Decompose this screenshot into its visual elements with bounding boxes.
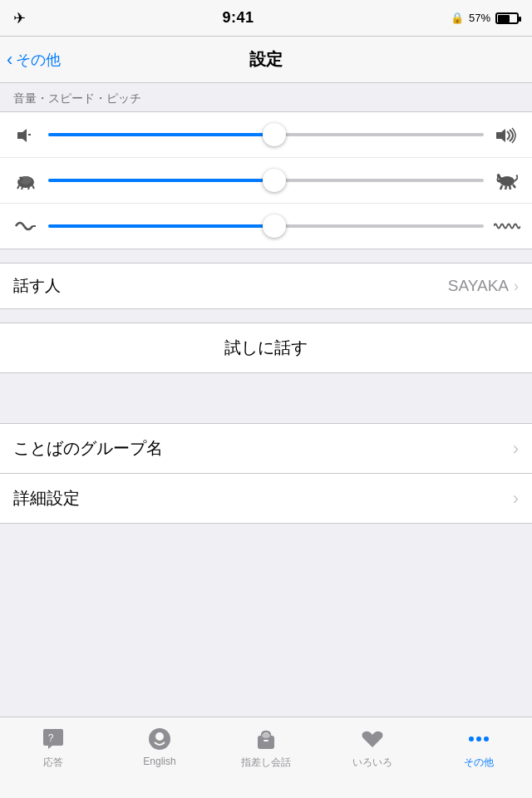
pitch-thumb[interactable] [263,214,286,238]
svg-line-18 [513,185,515,188]
battery-percent: 57% [469,12,490,24]
speed-slow-icon [13,170,38,190]
nav-bar: ‹ その他 設定 [0,37,532,83]
svg-line-6 [17,185,19,189]
svg-line-15 [500,185,502,190]
svg-text:?: ? [48,732,54,744]
pitch-high-icon [494,217,519,235]
tab-english-label: English [143,756,175,767]
pitch-low-icon [13,217,38,235]
volume-high-icon [494,126,519,143]
svg-marker-0 [17,129,27,142]
speaker-right: SAYAKA › [448,277,519,295]
group-name-row[interactable]: ことばのグループ名 › [0,423,532,474]
volume-slider-row [0,112,532,158]
page-title: 設定 [249,48,283,71]
pitch-slider[interactable] [48,214,484,239]
gray-divider [0,373,532,423]
speed-slider[interactable] [48,168,484,193]
speed-fill [48,179,274,182]
tab-responses-icon: ? [40,724,66,752]
status-left: ✈ [13,9,26,27]
tab-bar: ? 応答 English 指差し会話 [0,717,532,798]
speed-track [48,179,484,182]
tab-responses[interactable]: ? 応答 [0,724,106,770]
tab-english[interactable]: English [106,724,213,767]
tab-phrase-label: 指差し会話 [241,756,291,770]
svg-line-17 [510,185,510,190]
test-speak-label: 試しに話す [224,337,308,359]
svg-rect-25 [264,740,268,741]
volume-fill [48,133,274,136]
test-speak-button[interactable]: 試しに話す [0,323,532,373]
svg-line-16 [505,186,506,190]
status-bar: ✈ 9:41 🔒 57% [0,0,532,37]
speaker-row[interactable]: 話す人 SAYAKA › [0,263,532,309]
speed-slider-row [0,158,532,204]
detail-row[interactable]: 詳細設定 › [0,474,532,524]
tab-other-label: その他 [464,756,494,770]
back-chevron-icon: ‹ [7,49,12,71]
tab-other-icon [466,724,492,752]
pitch-fill [48,224,274,228]
battery-fill [498,15,510,22]
tab-other[interactable]: その他 [426,724,532,770]
svg-point-28 [484,736,489,741]
group-name-chevron-icon: › [513,438,519,460]
group-name-label: ことばのグループ名 [13,437,163,460]
svg-marker-2 [496,129,505,142]
speaker-chevron-icon: › [514,278,519,295]
svg-point-22 [155,732,164,741]
speaker-value: SAYAKA [448,277,509,295]
volume-low-icon [13,126,38,143]
svg-line-7 [22,187,22,190]
back-button[interactable]: ‹ その他 [0,49,61,71]
svg-point-26 [469,736,474,741]
tab-various-label: いろいろ [352,756,392,770]
speaker-label: 話す人 [13,275,61,297]
back-label: その他 [16,50,61,70]
volume-track [48,133,484,136]
airplane-icon: ✈ [13,9,26,27]
status-time: 9:41 [222,9,254,27]
svg-point-27 [476,736,481,741]
tab-phrase[interactable]: 指差し会話 [213,724,319,770]
status-right: 🔒 57% [451,12,519,24]
svg-line-9 [32,185,34,189]
tab-english-icon [146,724,173,752]
tab-various[interactable]: いろいろ [319,724,426,770]
speed-fast-icon [494,170,519,190]
svg-line-8 [28,187,29,190]
tab-phrase-icon [253,724,279,752]
pitch-slider-row [0,204,532,249]
lock-icon: 🔒 [451,12,464,24]
detail-chevron-icon: › [513,488,519,510]
section-header-volume: 音量・スピード・ピッチ [0,83,532,111]
battery-icon [495,12,519,24]
tab-various-icon [359,724,386,752]
volume-slider[interactable] [48,122,484,147]
svg-point-10 [18,178,20,180]
svg-point-24 [262,733,270,738]
sliders-card [0,111,532,249]
speed-thumb[interactable] [263,169,286,192]
volume-thumb[interactable] [263,123,286,146]
pitch-track [48,224,484,228]
detail-label: 詳細設定 [13,487,80,510]
tab-responses-label: 応答 [43,756,63,770]
